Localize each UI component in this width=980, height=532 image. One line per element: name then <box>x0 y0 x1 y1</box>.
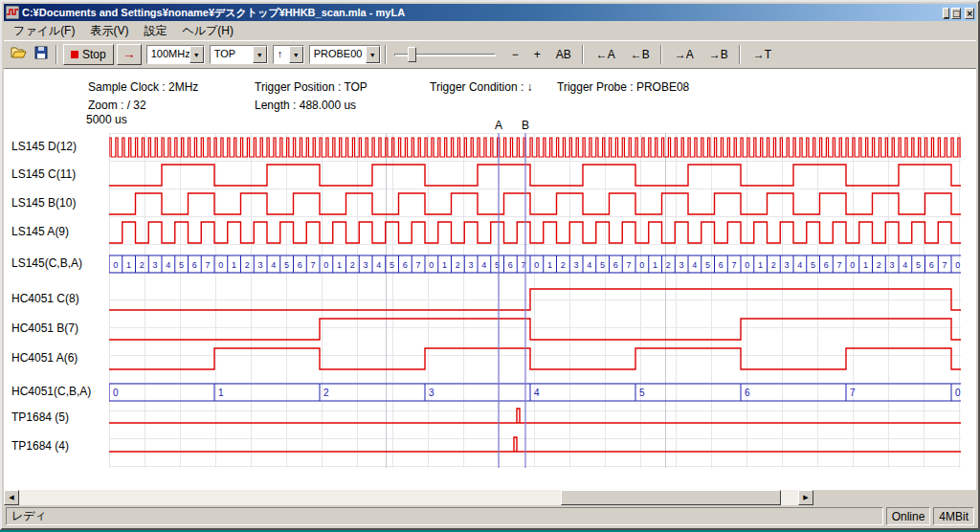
svg-text:6: 6 <box>403 260 408 270</box>
svg-text:4: 4 <box>271 260 276 270</box>
svg-text:6: 6 <box>824 260 829 270</box>
channel-label: HC4051 C(8) <box>11 292 79 305</box>
zoom-in-button[interactable]: + <box>527 44 547 65</box>
window-title: C:¥Documents and Settings¥noname¥デスクトップ¥… <box>22 6 941 20</box>
app-icon <box>6 6 19 19</box>
maximize-button[interactable]: □ <box>951 8 962 19</box>
svg-text:3: 3 <box>364 260 368 270</box>
svg-text:0: 0 <box>534 260 539 270</box>
svg-text:4: 4 <box>534 388 540 398</box>
svg-text:0: 0 <box>323 260 328 270</box>
stop-button[interactable]: Stop <box>63 44 114 65</box>
svg-text:6: 6 <box>929 260 934 270</box>
svg-text:2: 2 <box>771 260 776 270</box>
svg-text:0: 0 <box>113 388 119 398</box>
svg-text:5: 5 <box>916 260 921 270</box>
titlebar: C:¥Documents and Settings¥noname¥デスクトップ¥… <box>4 4 976 21</box>
minimize-button[interactable]: _ <box>943 8 949 19</box>
channel-label: LS145 B(10) <box>11 196 76 210</box>
zoom-info: Zoom : / 32 <box>88 99 146 112</box>
svg-text:5: 5 <box>390 260 394 270</box>
svg-text:4: 4 <box>797 260 802 270</box>
chevron-down-icon[interactable]: ▼ <box>253 46 267 63</box>
floppy-icon <box>34 46 48 63</box>
channel-label: LS145 D(12) <box>11 140 77 153</box>
marker-label-A[interactable]: A <box>495 119 502 132</box>
menu-view[interactable]: 表示(V) <box>82 21 136 41</box>
goto-b-forward-button[interactable]: →B <box>702 44 735 65</box>
menu-file[interactable]: ファイル(F) <box>6 21 82 41</box>
zoom-out-button[interactable]: − <box>505 44 525 65</box>
chevron-down-icon[interactable]: ▼ <box>289 46 303 63</box>
svg-text:4: 4 <box>166 260 170 270</box>
svg-text:4: 4 <box>481 260 486 270</box>
trigger-edge-value: ↑ <box>274 46 289 63</box>
svg-text:5: 5 <box>639 388 645 398</box>
svg-text:3: 3 <box>258 260 263 270</box>
toolbar-separator <box>660 45 662 64</box>
svg-text:1: 1 <box>863 260 868 270</box>
sample-clock-info: Sample Clock : 2MHz <box>88 80 198 94</box>
svg-text:1: 1 <box>758 260 763 270</box>
channel-label: LS145 A(9) <box>11 225 69 238</box>
scroll-left-icon[interactable]: ◀ <box>4 490 19 505</box>
svg-text:2: 2 <box>245 260 250 270</box>
svg-text:2: 2 <box>666 260 671 270</box>
trigger-edge-select[interactable]: ↑ ▼ <box>273 45 304 64</box>
toolbar-separator <box>56 45 57 64</box>
scrollbar-thumb[interactable] <box>561 490 781 505</box>
open-button[interactable] <box>8 44 30 65</box>
toolbar-separator <box>385 45 387 64</box>
window-controls: _□× <box>941 7 974 19</box>
goto-trigger-button[interactable]: →T <box>746 44 778 65</box>
svg-text:1: 1 <box>547 260 552 270</box>
trigger-position-value: TOP <box>211 46 253 63</box>
probe-value: PROBE00 <box>310 46 366 63</box>
waveform-display[interactable]: 0123456701234567012345670123456701234567… <box>109 133 961 468</box>
svg-text:5: 5 <box>284 260 289 270</box>
svg-text:0: 0 <box>955 260 960 270</box>
statusbar: レディ Online 4MBit <box>4 505 976 526</box>
ab-button[interactable]: AB <box>549 44 578 65</box>
goto-a-forward-button[interactable]: →A <box>668 44 701 65</box>
chevron-down-icon[interactable]: ▼ <box>366 46 380 63</box>
scroll-right-icon[interactable]: ▶ <box>798 490 813 505</box>
status-message: レディ <box>6 507 883 525</box>
svg-text:4: 4 <box>902 260 907 270</box>
svg-text:1: 1 <box>337 260 342 270</box>
goto-b-back-button[interactable]: ←B <box>624 44 657 65</box>
chevron-down-icon[interactable]: ▼ <box>189 46 204 63</box>
save-button[interactable] <box>30 44 52 65</box>
run-button[interactable]: → <box>117 44 142 65</box>
svg-text:2: 2 <box>323 388 329 398</box>
slider-thumb[interactable] <box>408 47 416 62</box>
svg-text:7: 7 <box>206 260 211 270</box>
svg-text:3: 3 <box>429 388 434 398</box>
channel-label: HC4051 A(6) <box>11 351 78 365</box>
horizontal-scrollbar[interactable]: ◀ ▶ <box>4 490 813 505</box>
svg-text:4: 4 <box>376 260 381 270</box>
svg-text:2: 2 <box>456 260 460 270</box>
menu-help[interactable]: ヘルプ(H) <box>174 21 241 41</box>
close-button[interactable]: × <box>965 8 974 19</box>
app-window: C:¥Documents and Settings¥noname¥デスクトップ¥… <box>0 0 980 530</box>
goto-a-back-button[interactable]: ←A <box>590 44 622 65</box>
svg-text:3: 3 <box>153 260 158 270</box>
channel-label: LS145 C(11) <box>11 167 76 181</box>
svg-text:4: 4 <box>692 260 697 270</box>
trigger-position-select[interactable]: TOP ▼ <box>210 45 268 64</box>
svg-text:5: 5 <box>705 260 710 270</box>
svg-text:1: 1 <box>232 260 236 270</box>
sample-clock-select[interactable]: 100MHz ▼ <box>146 45 205 64</box>
svg-text:2: 2 <box>350 260 355 270</box>
svg-text:3: 3 <box>785 260 790 270</box>
probe-select[interactable]: PROBE00 ▼ <box>309 45 381 64</box>
channel-label: HC4051 B(7) <box>11 321 78 335</box>
svg-text:7: 7 <box>943 260 947 270</box>
position-slider[interactable] <box>394 45 496 64</box>
svg-text:6: 6 <box>508 260 513 270</box>
svg-text:7: 7 <box>627 260 632 270</box>
svg-text:6: 6 <box>613 260 618 270</box>
menu-settings[interactable]: 設定 <box>136 21 174 41</box>
marker-label-B[interactable]: B <box>522 119 529 132</box>
